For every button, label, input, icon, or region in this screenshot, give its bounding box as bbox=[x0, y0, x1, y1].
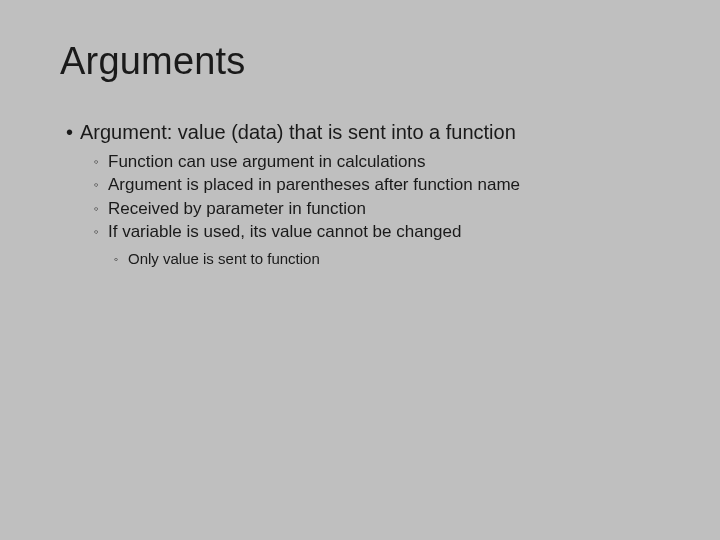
bullet-level2: ◦Function can use argument in calculatio… bbox=[94, 151, 680, 172]
level1-text: Argument: value (data) that is sent into… bbox=[80, 121, 516, 143]
level2-text: Received by parameter in function bbox=[108, 199, 366, 218]
bullet-level3: ◦Only value is sent to function bbox=[114, 250, 680, 269]
ring-bullet-icon: ◦ bbox=[94, 201, 108, 217]
bullet-level2: ◦Argument is placed in parentheses after… bbox=[94, 174, 680, 195]
bullet-level2: ◦If variable is used, its value cannot b… bbox=[94, 221, 680, 242]
bullet-level2: ◦Received by parameter in function bbox=[94, 198, 680, 219]
ring-bullet-icon: ◦ bbox=[94, 154, 108, 170]
ring-bullet-icon: ◦ bbox=[94, 177, 108, 193]
ring-bullet-icon: ◦ bbox=[114, 252, 128, 267]
level3-text: Only value is sent to function bbox=[128, 250, 320, 267]
slide-content: •Argument: value (data) that is sent int… bbox=[66, 120, 680, 271]
level2-text: Argument is placed in parentheses after … bbox=[108, 175, 520, 194]
ring-bullet-icon: ◦ bbox=[94, 224, 108, 240]
disc-bullet-icon: • bbox=[66, 120, 80, 145]
bullet-level1: •Argument: value (data) that is sent int… bbox=[66, 120, 680, 145]
level2-text: If variable is used, its value cannot be… bbox=[108, 222, 461, 241]
slide-title: Arguments bbox=[60, 40, 246, 83]
slide: Arguments •Argument: value (data) that i… bbox=[0, 0, 720, 540]
level2-text: Function can use argument in calculation… bbox=[108, 152, 426, 171]
